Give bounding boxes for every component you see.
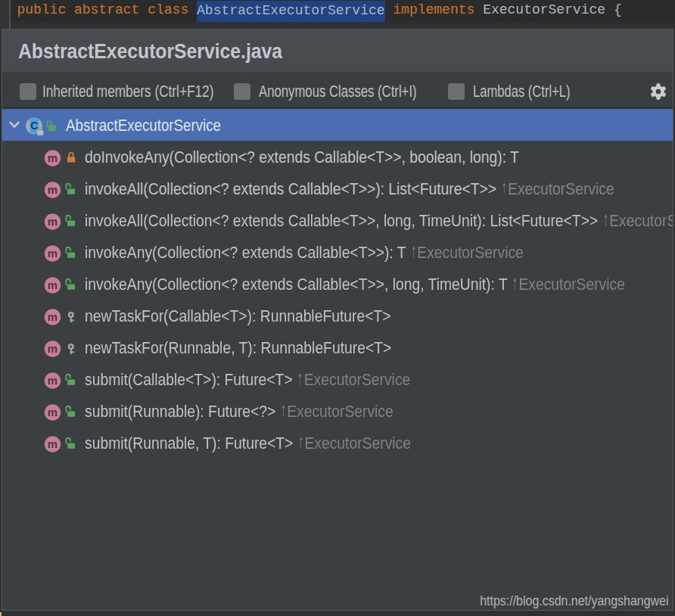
svg-text:m: m	[48, 278, 58, 291]
svg-text:m: m	[48, 183, 58, 196]
svg-text:m: m	[48, 342, 58, 355]
svg-text:m: m	[48, 310, 58, 323]
svg-text:m: m	[48, 437, 58, 450]
svg-text:m: m	[48, 151, 58, 164]
svg-text:m: m	[48, 406, 58, 418]
svg-text:C: C	[30, 120, 38, 132]
svg-text:m: m	[48, 215, 58, 228]
svg-text:m: m	[48, 374, 58, 387]
svg-text:m: m	[48, 247, 58, 260]
